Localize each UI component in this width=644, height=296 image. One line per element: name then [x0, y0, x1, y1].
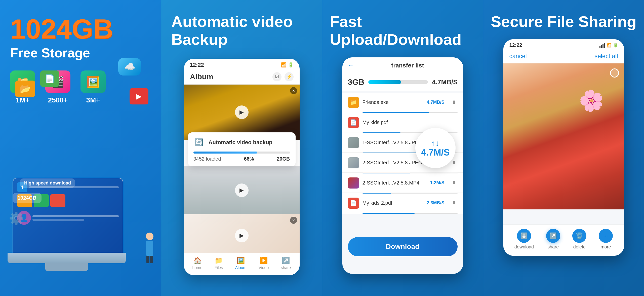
laptop-stand [45, 263, 88, 271]
transfer-progress-bar [368, 80, 428, 84]
album-title: Album [190, 72, 213, 81]
video-thumb-1: ▶ ✕ [184, 85, 300, 140]
speed-badge: ↑↓ 4.7M/S [415, 128, 456, 168]
photo-thumb-1 [348, 137, 359, 148]
phone-time: 12:22 [190, 62, 204, 68]
share-phone-time: 12:22 [509, 42, 522, 48]
laptop-illustration: ⬆ 👤 Hi [5, 132, 156, 283]
share-action-label: share [547, 244, 559, 250]
bottom-share[interactable]: ↗️ share [546, 229, 560, 250]
backup-progress-bar [193, 152, 290, 154]
videos-count: 2500+ [48, 96, 68, 104]
status-icons: 📶 🔋 [281, 62, 294, 68]
loaded-count: 3452 loaded [193, 156, 221, 162]
phone-nav: 🏠 home 📁 Files 🖼️ Album ▶️ Video ↗️ shar… [184, 253, 300, 275]
delete-action-label: delete [573, 244, 586, 250]
item-progress-fill-6 [363, 213, 415, 214]
share-actions-bar: cancel select all [503, 50, 624, 63]
video-close-1[interactable]: ✕ [290, 87, 297, 94]
phone-header: Album ☑ ⚡ [184, 70, 300, 85]
gear-decoration-icon: ⚙️ [9, 211, 24, 226]
cancel-button[interactable]: cancel [509, 53, 527, 60]
play-button-3[interactable]: ▶ [235, 229, 249, 242]
laptop-screen-outer: ⬆ 👤 [13, 178, 123, 253]
bottom-delete[interactable]: 🗑️ delete [572, 229, 586, 250]
video-close-3[interactable]: ✕ [290, 217, 297, 224]
photo-thumb-2 [348, 157, 359, 168]
home-nav-icon: 🏠 [193, 257, 202, 265]
selection-circle[interactable] [610, 68, 619, 78]
delete-action-icon: 🗑️ [572, 229, 586, 243]
backup-progress-fill [193, 152, 257, 154]
cloud-icon: ☁️ [118, 58, 141, 76]
select-all-button[interactable]: select all [594, 53, 618, 60]
video-thumb-icon [348, 177, 359, 189]
play-button-1[interactable]: ▶ [235, 105, 249, 119]
more-action-icon: ··· [599, 229, 613, 243]
info-line2 [32, 219, 84, 221]
pause-btn-4[interactable]: ⏸ [451, 159, 458, 166]
nav-home[interactable]: 🏠 home [192, 257, 203, 270]
video-file-icon [348, 177, 359, 189]
signal-bar-3 [602, 44, 603, 48]
hsd-badge: High speed download [20, 178, 75, 188]
transfer-item: 📄 My kids-2.pdf 2.3MB/S ⏸ [342, 194, 463, 213]
share-bottom-bar: ⬇️ download ↗️ share 🗑️ delete ··· more [503, 225, 624, 256]
wifi-icon: 📶 [281, 62, 287, 68]
pause-btn-1[interactable]: ⏸ [451, 99, 458, 106]
signal-bars [599, 43, 605, 48]
album-nav-icon: 🖼️ [237, 257, 245, 265]
nav-files-label: Files [215, 266, 223, 270]
section-secure-sharing: Secure File Sharing 12:22 📶 🔋 cancel sel… [483, 0, 644, 296]
transfer-item: 2-SSOInterf...V2.5.8.MP4 1.2M/S ⏸ [342, 173, 463, 193]
bottom-download[interactable]: ⬇️ download [514, 229, 534, 250]
file-speed-5: 1.2M/S [430, 180, 444, 186]
transfer-total-size: 3GB [348, 78, 365, 87]
video-thumb-3: ▶ ✕ [184, 214, 300, 257]
photo-background [503, 63, 624, 209]
storage-floating-badge: 1024GB [13, 193, 42, 203]
share-status-icons: 📶 🔋 [599, 43, 618, 48]
section4-title: Secure File Sharing [491, 13, 636, 30]
phone-mockup-share: 12:22 📶 🔋 cancel select all [503, 39, 624, 256]
pause-btn-6[interactable]: ⏸ [451, 200, 458, 207]
bottom-more[interactable]: ··· more [599, 229, 613, 250]
checkmark-icon[interactable]: ☑ [272, 72, 281, 81]
nav-files[interactable]: 📁 Files [215, 257, 223, 270]
laptop-keyboard [8, 253, 126, 263]
folder-file-icon: 📁 [348, 97, 359, 108]
documents-count: 1M+ [16, 96, 29, 104]
file-name-2: My kids.pdf [363, 120, 441, 125]
share-action-icon: ↗️ [546, 229, 560, 243]
section-upload-download: Fast Upload/Download ← transfer list 3GB… [322, 0, 483, 296]
nav-album[interactable]: 🖼️ Album [235, 257, 246, 270]
backup-sync-icon: 🔄 [193, 137, 205, 148]
info-line1 [32, 215, 119, 217]
download-action-label: download [514, 244, 534, 250]
person-leg-left [146, 256, 149, 263]
pause-btn-5[interactable]: ⏸ [451, 179, 458, 187]
back-arrow-icon[interactable]: ← [348, 62, 354, 69]
section-video-backup: Automatic videoBackup 12:22 📶 🔋 Album ☑ … [161, 0, 322, 296]
transfer-list-title: transfer list [358, 62, 458, 69]
nav-share-label: share [281, 266, 291, 270]
nav-album-label: Album [235, 266, 246, 270]
backup-card-header: 🔄 Automatic video backup [193, 137, 290, 148]
person-figure [146, 233, 153, 263]
backup-card: 🔄 Automatic video backup 3452 loaded 66%… [188, 132, 296, 166]
download-button[interactable]: Download [348, 237, 458, 256]
item-progress-6 [363, 213, 458, 214]
nav-video[interactable]: ▶️ Video [259, 257, 269, 270]
files-nav-icon: 📁 [215, 257, 223, 265]
pdf-file-icon-2: 📄 [348, 198, 359, 209]
transfer-progress-row: 3GB 4.7MB/S [342, 73, 463, 91]
nav-share[interactable]: ↗️ share [281, 257, 291, 270]
speed-value-text: 4.7M/S [421, 148, 450, 157]
filter-icon[interactable]: ⚡ [285, 72, 294, 81]
phone-status-bar: 12:22 📶 🔋 [184, 59, 300, 70]
backup-title-text: Automatic video backup [209, 139, 272, 146]
wifi-share-icon: 📶 [607, 43, 612, 48]
pause-btn-2[interactable] [451, 119, 458, 126]
play-button-2[interactable]: ▶ [235, 183, 249, 197]
video-icon: ▶ [130, 88, 148, 104]
